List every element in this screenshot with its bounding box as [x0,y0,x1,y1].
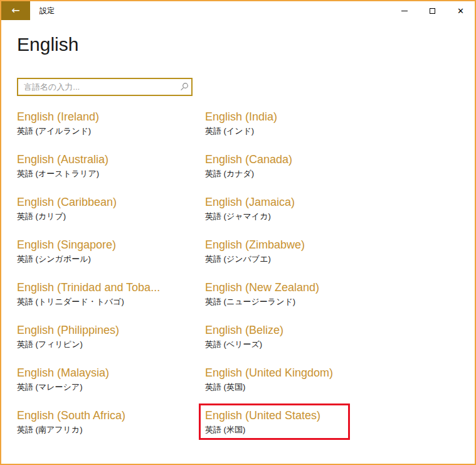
language-subtitle: 英語 (マレーシア) [17,382,193,393]
language-subtitle: 英語 (ジンバブエ) [205,254,381,265]
language-list-item[interactable]: English (Zimbabwe) 英語 (ジンバブエ) [205,237,381,280]
language-list-item[interactable]: English (India) 英語 (インド) [205,109,381,152]
back-button[interactable]: ← [1,1,30,20]
search-input[interactable] [18,79,176,95]
back-arrow-icon: ← [11,4,19,16]
language-subtitle: 英語 (南アフリカ) [17,424,193,436]
language-subtitle: 英語 (フィリピン) [17,339,193,350]
language-subtitle: 英語 (カナダ) [205,168,381,179]
language-subtitle: 英語 (ジャマイカ) [205,211,381,222]
language-subtitle: 英語 (ニュージーランド) [205,296,381,307]
language-title: English (India) [205,109,381,124]
language-list-item[interactable]: English (New Zealand) 英語 (ニュージーランド) [205,280,381,323]
language-title: English (New Zealand) [205,280,381,295]
language-subtitle: 英語 (シンガポール) [17,254,193,265]
language-subtitle: 英語 (アイルランド) [17,126,193,137]
language-subtitle: 英語 (オーストラリア) [17,168,193,179]
maximize-button[interactable] [418,1,447,20]
page-title: English [17,34,78,55]
language-list-item[interactable]: English (Malaysia) 英語 (マレーシア) [17,365,193,408]
window-title: 設定 [40,1,55,20]
language-subtitle: 英語 (トリニダード・トバゴ) [17,296,193,307]
language-title: English (Malaysia) [17,365,193,380]
titlebar: ← 設定 ✕ [1,1,475,20]
close-button[interactable]: ✕ [447,1,475,20]
language-list-item[interactable]: English (Australia) 英語 (オーストラリア) [17,152,193,195]
language-list-item[interactable]: English (Belize) 英語 (ベリーズ) [205,323,381,365]
search-box [17,78,193,96]
language-list-item[interactable]: English (United States) 英語 (米国) [205,408,381,451]
language-subtitle: 英語 (ベリーズ) [205,339,381,350]
language-subtitle: 英語 (米国) [205,424,381,436]
language-title: English (Caribbean) [17,195,193,210]
language-list-item[interactable]: English (Philippines) 英語 (フィリピン) [17,323,193,365]
language-list-item[interactable]: English (Caribbean) 英語 (カリブ) [17,195,193,237]
language-title: English (Trinidad and Toba... [17,280,193,295]
language-title: English (United Kingdom) [205,365,381,380]
minimize-icon [401,11,408,11]
language-list-item[interactable]: English (United Kingdom) 英語 (英国) [205,365,381,408]
language-list-item[interactable]: English (Trinidad and Toba... 英語 (トリニダード… [17,280,193,323]
language-title: English (Ireland) [17,109,193,124]
language-subtitle: 英語 (カリブ) [17,211,193,222]
language-list-item[interactable]: English (Ireland) 英語 (アイルランド) [17,109,193,152]
maximize-icon [430,8,435,14]
search-icon[interactable] [176,79,191,95]
language-title: English (South Africa) [17,408,193,423]
language-subtitle: 英語 (英国) [205,382,381,393]
language-subtitle: 英語 (インド) [205,126,381,137]
settings-window: ← 設定 ✕ English English (Ireland) [0,0,476,465]
language-title: English (Canada) [205,152,381,167]
language-title: English (Jamaica) [205,195,381,210]
language-list-item[interactable]: English (Canada) 英語 (カナダ) [205,152,381,195]
language-title: English (Zimbabwe) [205,237,381,252]
minimize-button[interactable] [390,1,418,20]
caption-buttons: ✕ [390,1,475,20]
language-list-item[interactable]: English (Jamaica) 英語 (ジャマイカ) [205,195,381,237]
language-title: English (Philippines) [17,323,193,338]
language-list-item[interactable]: English (South Africa) 英語 (南アフリカ) [17,408,193,451]
close-icon: ✕ [457,7,464,15]
language-grid: English (Ireland) 英語 (アイルランド) English (I… [17,109,393,451]
language-title: English (Australia) [17,152,193,167]
language-title: English (Singapore) [17,237,193,252]
language-list-item[interactable]: English (Singapore) 英語 (シンガポール) [17,237,193,280]
language-title: English (United States) [205,408,381,423]
language-title: English (Belize) [205,323,381,338]
